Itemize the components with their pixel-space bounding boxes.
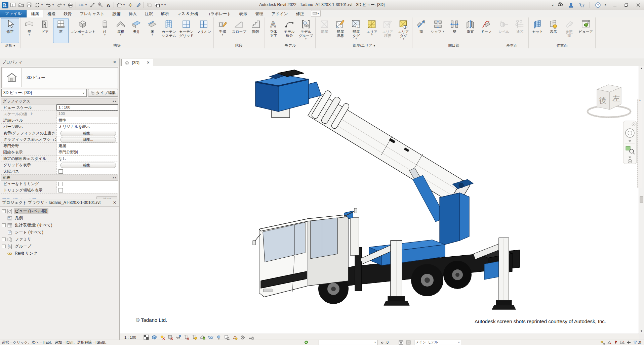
select-link-icon[interactable] bbox=[600, 340, 605, 345]
workplane-viewer-button[interactable]: ビューア bbox=[577, 18, 594, 43]
analysis-display-style-value[interactable]: なし bbox=[56, 156, 118, 162]
shadows-icon[interactable] bbox=[168, 335, 173, 340]
properties-palette-header[interactable]: プロパティ ✕ bbox=[0, 58, 119, 66]
tab-architecture[interactable]: 建築 bbox=[27, 10, 43, 17]
design-option-dropdown[interactable]: メイン モデル∨ bbox=[414, 340, 461, 345]
minimize-icon[interactable] bbox=[610, 1, 619, 9]
section-collapse-icon[interactable]: ▲▲ bbox=[112, 176, 117, 179]
edit-button[interactable]: 編集... bbox=[61, 131, 116, 136]
workset-dropdown[interactable]: ∨ bbox=[319, 340, 377, 345]
crop-view-icon[interactable] bbox=[184, 335, 189, 340]
railing-button[interactable]: 手摺▾ bbox=[215, 18, 230, 43]
tab-view[interactable]: 表示 bbox=[235, 10, 251, 17]
navigation-bar[interactable] bbox=[622, 120, 637, 165]
scroll-up-icon[interactable]: ▲ bbox=[639, 66, 644, 71]
select-by-face-icon[interactable] bbox=[620, 340, 625, 345]
dropdown-arrow-icon[interactable]: ▾ bbox=[161, 3, 164, 6]
section-icon[interactable] bbox=[126, 1, 134, 9]
select-underlay-icon[interactable] bbox=[607, 340, 612, 345]
ui-toggle-icon[interactable] bbox=[9, 1, 17, 9]
browser-item-groups[interactable]: +グループ bbox=[0, 243, 119, 250]
view-cube[interactable]: 後 左 bbox=[580, 76, 639, 126]
store-icon[interactable] bbox=[578, 1, 586, 9]
dropdown-arrow-icon[interactable]: ▾ bbox=[41, 3, 44, 6]
browser-item-revit-links[interactable]: Revit リンク bbox=[0, 250, 119, 257]
wall-opening-button[interactable]: 壁 bbox=[447, 18, 462, 43]
component-button[interactable]: コンポーネント▾ bbox=[69, 18, 97, 43]
tag-icon[interactable]: 1 bbox=[96, 1, 104, 9]
render-icon[interactable] bbox=[176, 335, 181, 340]
measure-icon[interactable] bbox=[77, 1, 85, 9]
model-text-button[interactable]: 立体文字 bbox=[266, 18, 281, 43]
expand-icon[interactable]: + bbox=[2, 238, 6, 241]
select-pinned-icon[interactable] bbox=[614, 340, 618, 345]
dropdown-arrow-icon[interactable]: ▾ bbox=[605, 3, 607, 6]
scrollbar-thumb[interactable] bbox=[640, 196, 643, 203]
temp-view-properties-icon[interactable] bbox=[224, 335, 230, 340]
revit-logo[interactable]: R bbox=[1, 1, 9, 9]
visual-style-icon[interactable] bbox=[152, 335, 157, 340]
text-icon[interactable]: A bbox=[105, 1, 112, 9]
curtain-grid-button[interactable]: カーテングリッド bbox=[178, 18, 195, 43]
dormer-opening-button[interactable]: ドーマ bbox=[478, 18, 494, 43]
opening-by-face-button[interactable]: 面 bbox=[413, 18, 429, 43]
show-hidden-lines-value[interactable]: 専門分野別 bbox=[56, 149, 118, 155]
view-scale-value[interactable]: 1 : 100 bbox=[56, 104, 118, 111]
section-collapse-icon[interactable]: ▲▲ bbox=[112, 100, 117, 103]
print-icon[interactable] bbox=[67, 1, 74, 9]
tab-modify[interactable]: 修正 bbox=[292, 10, 308, 17]
sun-path-icon[interactable] bbox=[160, 335, 165, 340]
type-selector[interactable]: 3D ビュー bbox=[1, 67, 118, 88]
dropdown-arrow-icon[interactable]: ▾ bbox=[52, 3, 55, 6]
aligned-dimension-icon[interactable] bbox=[88, 1, 96, 9]
workset-dialog-icon[interactable] bbox=[399, 340, 403, 345]
search-icon[interactable] bbox=[556, 1, 564, 9]
displacement-sets-icon[interactable] bbox=[240, 335, 246, 340]
locked-3d-icon[interactable] bbox=[200, 335, 205, 340]
default-3d-view-icon[interactable] bbox=[115, 1, 123, 9]
expand-icon[interactable]: + bbox=[2, 223, 6, 227]
scroll-down-icon[interactable]: ▼ bbox=[639, 329, 644, 334]
open-icon[interactable] bbox=[17, 1, 25, 9]
floor-button[interactable]: 床▾ bbox=[145, 18, 160, 43]
sign-in-icon[interactable] bbox=[567, 1, 575, 9]
view-tab-3d[interactable]: {3D} ✕ bbox=[121, 59, 153, 66]
editing-requests-icon[interactable]: :0 bbox=[380, 340, 389, 345]
edit-type-button[interactable]: タイプ編集 bbox=[88, 89, 118, 97]
filter-icon[interactable]: :0 bbox=[633, 340, 641, 345]
thin-lines-icon[interactable] bbox=[134, 1, 142, 9]
expand-icon[interactable]: + bbox=[2, 209, 6, 213]
tab-systems[interactable]: 設備 bbox=[109, 10, 125, 17]
ramp-button[interactable]: スロープ bbox=[231, 18, 248, 43]
crop-view-checkbox[interactable] bbox=[58, 182, 63, 186]
section-extents[interactable]: 範囲▲▲ bbox=[1, 175, 118, 181]
tab-annotate[interactable]: 注釈 bbox=[141, 10, 157, 17]
tab-insert[interactable]: 挿入 bbox=[125, 10, 141, 17]
collapse-arrow-icon[interactable]: ◂ bbox=[552, 3, 553, 7]
sync-icon[interactable] bbox=[33, 1, 41, 9]
workplane-show-button[interactable]: 表示 bbox=[546, 18, 561, 43]
window-button[interactable]: 窓 bbox=[53, 18, 69, 43]
tab-massing[interactable]: マス & 外構 bbox=[173, 10, 202, 17]
edit-button[interactable]: 編集... bbox=[61, 163, 116, 168]
editable-only-icon[interactable] bbox=[304, 340, 308, 345]
roof-button[interactable]: 屋根▾ bbox=[113, 18, 128, 43]
workplane-set-button[interactable]: セット bbox=[530, 18, 545, 43]
section-graphics[interactable]: グラフィックス▲▲ bbox=[1, 98, 118, 104]
mullion-button[interactable]: マリオン bbox=[195, 18, 212, 43]
close-icon[interactable]: ✕ bbox=[147, 60, 150, 65]
dropdown-arrow-icon[interactable]: ▾ bbox=[64, 3, 66, 6]
tab-structure[interactable]: 構造 bbox=[43, 10, 59, 17]
tab-addins[interactable]: アドイン bbox=[267, 10, 292, 17]
browser-item-families[interactable]: +ファミリ bbox=[0, 236, 119, 243]
tab-collaborate[interactable]: コラボレート bbox=[202, 10, 235, 17]
model-group-button[interactable]: モデルグループ▾ bbox=[297, 18, 315, 43]
customize-qat-icon[interactable]: ▾ bbox=[164, 3, 167, 6]
shaft-opening-button[interactable]: シャフト bbox=[429, 18, 446, 43]
tab-manage[interactable]: 管理 bbox=[251, 10, 267, 17]
switch-windows-icon[interactable] bbox=[153, 1, 161, 9]
restore-icon[interactable] bbox=[622, 1, 631, 9]
tab-steel[interactable]: 鉄骨 bbox=[59, 10, 76, 17]
room-separator-button[interactable]: 部屋境界 bbox=[332, 18, 348, 43]
reveal-constraints-icon[interactable] bbox=[248, 335, 254, 340]
